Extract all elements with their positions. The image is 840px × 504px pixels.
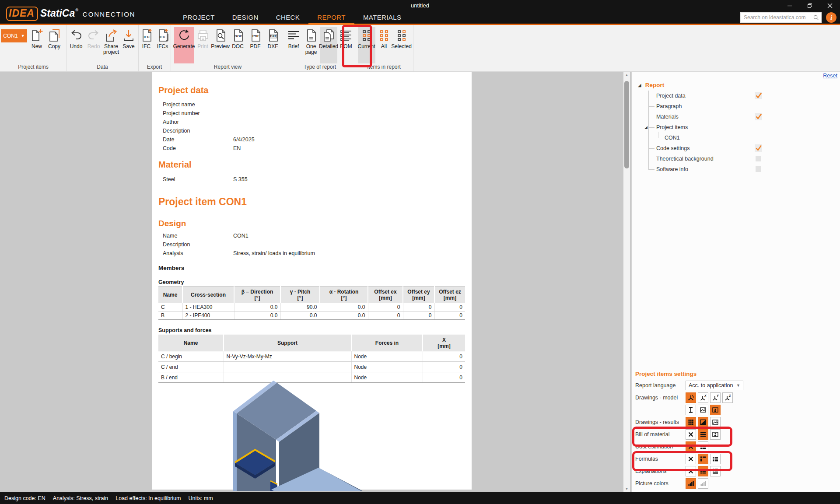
design-heading: Design: [158, 219, 186, 228]
drawings-results-row: Drawings - results: [635, 417, 838, 427]
copy-button[interactable]: Copy: [46, 27, 63, 63]
dxf-export-button[interactable]: DXF DXF: [264, 27, 282, 63]
tree-node-con1[interactable]: CON1: [665, 133, 680, 142]
tree-node-software-info[interactable]: Software info: [656, 165, 688, 174]
reset-link[interactable]: Reset: [823, 73, 837, 79]
cost-list-button[interactable]: [698, 441, 708, 452]
bom-table-button[interactable]: [698, 429, 708, 440]
report-language-row: Report language Acc. to application ▼: [635, 380, 838, 391]
doc-export-button[interactable]: DOC DOC: [229, 27, 247, 63]
save-button[interactable]: Save: [120, 27, 137, 63]
undo-icon: [69, 28, 83, 42]
ifcs-export-button[interactable]: IFC IFCs: [154, 27, 171, 63]
selected-items-button[interactable]: Selected: [393, 27, 410, 63]
restore-button[interactable]: [800, 0, 820, 11]
results-contour-button[interactable]: [698, 417, 708, 427]
axes-3d-button[interactable]: [686, 392, 696, 403]
info-button[interactable]: i: [826, 12, 836, 23]
explanations-brief-button[interactable]: [698, 466, 708, 476]
close-button[interactable]: [820, 0, 840, 11]
results-picture-button[interactable]: [710, 417, 721, 427]
section-icon: [687, 406, 694, 413]
materials-checkbox[interactable]: [755, 113, 762, 120]
tab-materials[interactable]: MATERIALS: [354, 10, 410, 24]
tree-node-project-items[interactable]: Project items: [656, 123, 688, 132]
results-strain-button[interactable]: [686, 417, 696, 427]
report-language-select[interactable]: Acc. to application ▼: [686, 381, 743, 390]
bom-icon: [339, 28, 353, 42]
scroll-up-icon[interactable]: ▲: [623, 71, 630, 78]
code-settings-checkbox[interactable]: [755, 144, 762, 152]
bom-button[interactable]: BOM: [337, 27, 355, 63]
preview-button[interactable]: Preview: [212, 27, 229, 63]
tab-design[interactable]: DESIGN: [224, 10, 267, 24]
tree-node-code-settings[interactable]: Code settings: [656, 144, 690, 153]
tab-project[interactable]: PROJECT: [174, 10, 224, 24]
ifc-export-button[interactable]: IFC IFC: [138, 27, 154, 63]
axes-3d-icon: [687, 394, 694, 401]
one-page-button[interactable]: One page: [302, 27, 320, 63]
formulas-detailed-button[interactable]: [710, 454, 721, 464]
column-header: X[mm]: [423, 335, 465, 351]
project-item-selector[interactable]: CON1▼: [1, 29, 27, 42]
print-button[interactable]: Print: [194, 27, 212, 63]
all-items-button[interactable]: All: [375, 27, 393, 63]
axes-x-button[interactable]: X: [698, 392, 708, 403]
detailed-button[interactable]: Detailed: [320, 27, 337, 63]
picture-colors-gray-button[interactable]: [698, 478, 708, 489]
picture-colors-color-button[interactable]: [686, 478, 696, 489]
project-data-checkbox[interactable]: [755, 92, 762, 99]
project-data-heading: Project data: [158, 85, 208, 95]
pdf-export-button[interactable]: PDF PDF: [247, 27, 264, 63]
scrollbar-thumb[interactable]: [624, 81, 629, 168]
field-row: Author: [163, 118, 463, 126]
collapse-triangle-icon[interactable]: ◢: [638, 83, 641, 88]
minimize-button[interactable]: [780, 0, 800, 11]
status-analysis: Analysis: Stress, strain: [53, 495, 108, 501]
cross-icon: [687, 468, 694, 475]
formulas-none-button[interactable]: [686, 454, 696, 464]
bom-none-button[interactable]: [686, 429, 696, 440]
all-icon: [377, 28, 391, 42]
tree-node-paragraph[interactable]: Paragraph: [656, 102, 682, 111]
formulas-brief-button[interactable]: [698, 454, 708, 464]
picture-button[interactable]: [698, 405, 708, 415]
scroll-down-icon[interactable]: ▼: [623, 485, 630, 492]
tab-report[interactable]: REPORT: [308, 10, 354, 24]
geometry-table: Name Cross-section β – Direction[°] γ - …: [158, 287, 465, 320]
print-icon: [196, 28, 210, 42]
search-icon[interactable]: [812, 14, 819, 21]
picture-items-button[interactable]: [710, 405, 721, 415]
generate-button[interactable]: Generate: [174, 27, 194, 63]
share-project-button[interactable]: Share project: [102, 27, 120, 63]
title-bar: untitled IDEA StatiCa® CONNECTION PROJEC…: [0, 0, 840, 25]
expand-triangle-icon[interactable]: ◢: [644, 125, 648, 130]
tab-check[interactable]: CHECK: [267, 10, 309, 24]
new-button[interactable]: New: [28, 27, 46, 63]
brief-button[interactable]: Brief: [285, 27, 302, 63]
axes-z-button[interactable]: Z: [722, 392, 733, 403]
redo-button[interactable]: Redo: [85, 27, 102, 63]
section-view-button[interactable]: [686, 405, 696, 415]
tree-node-report[interactable]: ◢ Report: [638, 82, 664, 88]
undo-button[interactable]: Undo: [67, 27, 85, 63]
current-items-button[interactable]: Current: [358, 27, 375, 63]
axes-y-button[interactable]: Y: [710, 392, 721, 403]
picture-icon: [700, 406, 707, 413]
ribbon-group-label: Export: [138, 64, 171, 70]
table-row: C / end Node0: [158, 362, 465, 372]
bom-picture-button[interactable]: [710, 429, 721, 440]
software-info-checkbox[interactable]: [756, 166, 761, 172]
explanations-none-button[interactable]: [686, 466, 696, 476]
tree-node-project-data[interactable]: Project data: [656, 91, 686, 100]
tree-node-theoretical-background[interactable]: Theoretical background: [656, 154, 714, 163]
members-heading: Members: [158, 265, 184, 271]
drawings-model-row-2: [635, 405, 838, 415]
cost-none-button[interactable]: [686, 441, 696, 452]
tree-node-materials[interactable]: Materials: [656, 112, 679, 121]
explanations-detailed-button[interactable]: [710, 466, 721, 476]
document-scrollbar[interactable]: ▲ ▼: [623, 71, 630, 492]
theoretical-background-checkbox[interactable]: [756, 156, 761, 161]
pdf-icon: PDF: [248, 28, 262, 42]
search-input[interactable]: [741, 14, 812, 21]
